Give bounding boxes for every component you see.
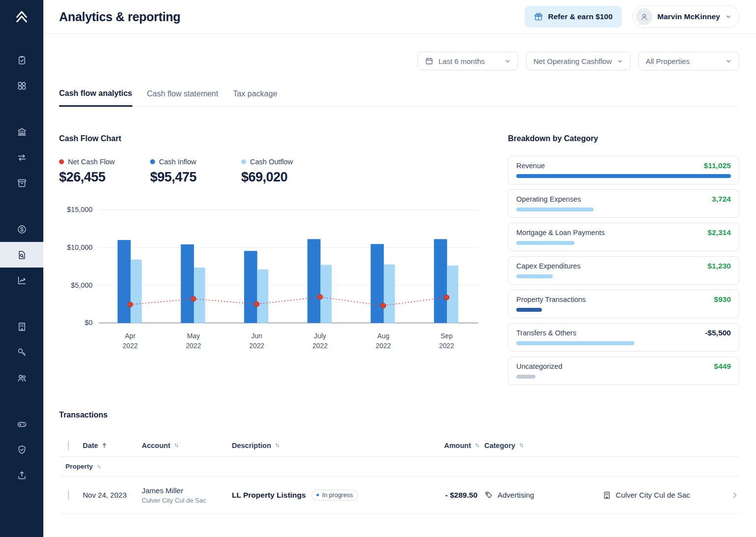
archive-box-icon xyxy=(17,178,27,188)
tab-cash-flow-statement[interactable]: Cash flow statement xyxy=(147,89,219,106)
page-content: Last 6 months Net Operating Cashflow All… xyxy=(43,34,756,537)
uncategorized-bar xyxy=(516,375,536,379)
chevron-down-icon xyxy=(504,58,511,64)
cash-flow-chart-section: Cash Flow Chart Net Cash Flow $26,455 Ca… xyxy=(59,134,484,385)
column-header-amount[interactable]: Amount xyxy=(411,442,480,449)
tag-icon xyxy=(484,491,493,500)
svg-text:$0: $0 xyxy=(85,319,93,327)
status-badge: In progress xyxy=(312,490,358,501)
sidebar-item-tenants[interactable] xyxy=(0,365,43,390)
sidebar-item-dashboard[interactable] xyxy=(0,73,43,98)
breakdown-card-revenue[interactable]: Revenue$11,025 xyxy=(508,156,739,184)
transactions-group-row[interactable]: Property xyxy=(59,457,739,477)
svg-text:May: May xyxy=(187,332,200,340)
user-name: Marvin McKinney xyxy=(658,12,720,21)
breakdown-title: Breakdown by Category xyxy=(508,134,739,143)
sidebar-item-analytics[interactable] xyxy=(0,268,43,293)
date-range-dropdown[interactable]: Last 6 months xyxy=(417,52,518,70)
sidebar-item-payouts[interactable] xyxy=(0,462,43,488)
sidebar-nav xyxy=(0,47,43,508)
chevron-down-icon xyxy=(617,58,623,64)
sidebar-item-integrations[interactable] xyxy=(0,411,43,437)
svg-text:$15,000: $15,000 xyxy=(67,206,93,213)
sidebar-item-tasks[interactable] xyxy=(0,47,43,73)
sort-icon xyxy=(96,464,102,470)
legend-net-cash-flow: Net Cash Flow $26,455 xyxy=(59,158,150,185)
breakdown-card-uncategorized[interactable]: Uncategorized$449 xyxy=(508,357,739,385)
tab-tax-package[interactable]: Tax package xyxy=(233,89,277,106)
breakdown-cards: Revenue$11,025 Operating Expenses3,724 M… xyxy=(508,156,739,385)
revenue-bar xyxy=(516,174,731,178)
gift-icon xyxy=(534,12,543,22)
transaction-date: Nov 24, 2023 xyxy=(83,491,142,499)
user-menu[interactable]: Marvin McKinney xyxy=(632,5,739,28)
svg-text:Aug: Aug xyxy=(377,332,389,340)
sidebar-item-transfers[interactable] xyxy=(0,145,43,170)
refer-earn-button[interactable]: Refer & earn $100 xyxy=(525,6,622,28)
breakdown-card-transfers-others[interactable]: Transfers & Others-$5,500 xyxy=(508,323,739,352)
sidebar-item-reports[interactable] xyxy=(0,242,43,268)
column-header-category[interactable]: Category xyxy=(480,442,598,449)
sidebar-item-security[interactable] xyxy=(0,437,43,462)
app-logo[interactable] xyxy=(0,0,43,33)
svg-text:2022: 2022 xyxy=(186,342,201,350)
transactions-section: Transactions Date Account Description xyxy=(59,411,739,514)
legend-cash-inflow: Cash Inflow $95,475 xyxy=(150,158,241,185)
date-range-value: Last 6 months xyxy=(439,57,500,65)
net-cash-flow-value: $26,455 xyxy=(59,170,150,185)
svg-text:2022: 2022 xyxy=(439,342,454,350)
sidebar-item-banking[interactable] xyxy=(0,119,43,145)
breakdown-section: Breakdown by Category Revenue$11,025 Ope… xyxy=(508,134,739,385)
select-all-checkbox[interactable] xyxy=(68,441,69,450)
column-header-account[interactable]: Account xyxy=(142,442,232,449)
cash-outflow-dot-icon xyxy=(241,159,246,164)
row-checkbox[interactable] xyxy=(68,490,69,500)
cash-inflow-dot-icon xyxy=(150,159,155,164)
tab-bar: Cash flow analytics Cash flow statement … xyxy=(59,89,739,107)
calendar-icon xyxy=(425,57,434,65)
filter-bar: Last 6 months Net Operating Cashflow All… xyxy=(59,52,739,70)
sidebar xyxy=(0,0,43,537)
svg-text:Jun: Jun xyxy=(251,332,262,340)
send-money-icon xyxy=(17,470,27,480)
column-header-description[interactable]: Description xyxy=(232,442,411,449)
legend-cash-outflow: Cash Outflow $69,020 xyxy=(241,158,332,185)
avatar xyxy=(636,8,653,25)
row-detail-button[interactable] xyxy=(722,491,739,500)
transaction-description: LL Property Listings In progress xyxy=(232,490,411,501)
logo-icon xyxy=(14,9,29,24)
net-cash-flow-dot-icon xyxy=(59,159,64,164)
bank-icon xyxy=(17,127,27,137)
user-icon xyxy=(639,12,649,22)
sidebar-item-properties[interactable] xyxy=(0,314,43,339)
building-icon xyxy=(602,491,611,500)
transaction-category[interactable]: Advertising xyxy=(480,491,598,500)
sidebar-item-payments[interactable] xyxy=(0,216,43,242)
tab-cash-flow-analytics[interactable]: Cash flow analytics xyxy=(59,89,132,107)
sort-icon xyxy=(173,442,180,448)
clipboard-check-icon xyxy=(17,55,27,65)
top-bar: Analytics & reporting Refer & earn $100 … xyxy=(43,0,756,34)
chevron-right-icon xyxy=(730,491,739,500)
svg-text:Sep: Sep xyxy=(441,332,453,340)
transaction-row[interactable]: Nov 24, 2023 James Miller Culver City Cu… xyxy=(59,477,739,514)
operating-expenses-bar xyxy=(516,208,594,211)
breakdown-card-operating-expenses[interactable]: Operating Expenses3,724 xyxy=(508,189,739,218)
metric-value: Net Operating Cashflow xyxy=(534,57,612,65)
svg-text:July: July xyxy=(314,332,326,340)
property-dropdown[interactable]: All Properties xyxy=(638,52,739,70)
column-header-date[interactable]: Date xyxy=(83,442,142,449)
sidebar-item-archive[interactable] xyxy=(0,170,43,196)
cash-inflow-value: $95,475 xyxy=(150,170,241,185)
sidebar-item-keys[interactable] xyxy=(0,339,43,365)
svg-text:2022: 2022 xyxy=(249,342,264,350)
grid-icon xyxy=(17,81,27,91)
page-title: Analytics & reporting xyxy=(59,10,181,24)
breakdown-card-capex[interactable]: Capex Expenditures$1,230 xyxy=(508,256,739,285)
breakdown-card-mortgage-loan[interactable]: Mortgage & Loan Payments$2,314 xyxy=(508,223,739,251)
people-icon xyxy=(17,373,27,383)
transactions-table-header: Date Account Description Amount xyxy=(59,434,739,457)
transaction-amount: - $289.50 xyxy=(411,491,480,500)
breakdown-card-property-transactions[interactable]: Property Transactions$930 xyxy=(508,290,739,318)
metric-dropdown[interactable]: Net Operating Cashflow xyxy=(526,52,630,70)
